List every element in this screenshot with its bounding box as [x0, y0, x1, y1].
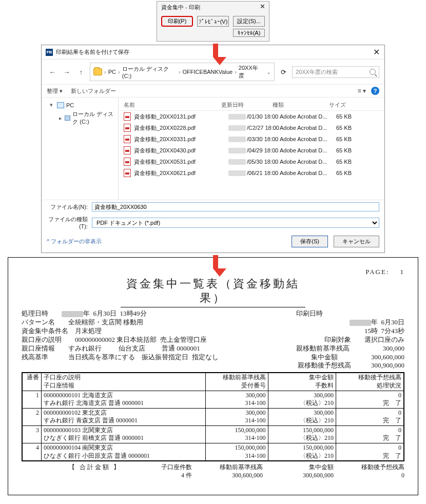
file-size: 65 KB — [336, 147, 372, 153]
close-icon[interactable]: ✕ — [258, 3, 267, 12]
search-icon — [370, 69, 376, 75]
blurred-text — [228, 137, 246, 142]
file-name: 資金移動_20XX0531.pdf — [134, 158, 228, 166]
blurred-text — [228, 170, 246, 176]
file-size: 65 KB — [336, 159, 372, 165]
organize-dropdown[interactable]: 整理 ▾ — [47, 87, 63, 95]
tree-item-drive[interactable]: ▸ ローカル ディスク (C:) — [44, 109, 116, 127]
save-button[interactable]: 保存(S) — [292, 236, 328, 247]
file-type: Adobe Acrobat D... — [280, 147, 336, 153]
nav-up-icon[interactable]: ↑ — [75, 66, 87, 77]
file-row[interactable]: 資金移動_20XX0531.pdf/05/30 18:00Adobe Acrob… — [119, 156, 384, 167]
file-name: 資金移動_20XX0228.pdf — [134, 124, 228, 132]
search-placeholder: 20XX年度の検索 — [296, 68, 338, 76]
file-name: 資金移動_20XX0621.pdf — [134, 169, 228, 177]
nav-forward-icon[interactable]: → — [61, 66, 72, 77]
file-size: 65 KB — [336, 113, 372, 120]
view-icon[interactable]: ≡ ▾ — [358, 87, 366, 94]
settings-button[interactable]: 設定(S)... — [233, 16, 265, 27]
folder-icon — [93, 68, 102, 75]
file-list: 名前 更新日時 種類 サイズ 資金移動_20XX0131.pdf/01/30 1… — [119, 98, 384, 200]
file-date: /C2/27 18:00 — [228, 125, 280, 131]
pdf-icon — [124, 112, 131, 121]
new-folder-button[interactable]: 新しいフォルダー — [71, 87, 116, 95]
nav-back-icon[interactable]: ← — [47, 66, 58, 77]
filetype-select[interactable]: PDF ドキュメント (*.pdf) — [92, 218, 379, 228]
file-name: 資金移動_20XX0331.pdf — [134, 135, 228, 143]
file-date: /04/29 18:00 — [228, 147, 280, 153]
file-date: /06/21 18:00 — [228, 170, 280, 176]
pdf-icon — [124, 124, 131, 132]
file-row[interactable]: 資金移動_20XX0228.pdf/C2/27 18:00Adobe Acrob… — [119, 122, 384, 133]
file-type: Adobe Acrobat D... — [280, 125, 336, 131]
file-name: 資金移動_20XX0131.pdf — [134, 113, 228, 121]
file-date: /03/30 18:00 — [228, 136, 280, 142]
crumb[interactable]: 20XX年度 — [239, 64, 262, 80]
help-icon[interactable]: ? — [371, 87, 379, 95]
cancel-button[interactable]: ｷｬﾝｾﾙ(A) — [233, 29, 265, 37]
page-number: 1 — [400, 268, 405, 276]
pdf-icon — [124, 158, 131, 166]
filename-label: ファイル名(N): — [47, 203, 88, 211]
th-no: 通番 — [22, 373, 42, 391]
file-row[interactable]: 資金移動_20XX0621.pdf/06/21 18:00Adobe Acrob… — [119, 167, 384, 179]
blurred-text — [228, 148, 246, 153]
hide-folders-link[interactable]: ^ フォルダーの非表示 — [47, 238, 102, 245]
file-type: Adobe Acrobat D... — [280, 159, 336, 165]
crumb[interactable]: ローカル ディスク (C:) — [122, 65, 177, 79]
file-size: 65 KB — [336, 170, 372, 176]
preview-button[interactable]: ﾌﾟﾚﾋﾞｭｰ(V) — [197, 16, 229, 27]
refresh-icon[interactable]: ⟳ — [278, 68, 289, 76]
table-row: 4000000000104 南関東支店ひなぎく銀行 小田原支店 普通 00000… — [22, 443, 404, 461]
print-button[interactable]: 印刷(P) — [161, 16, 193, 27]
report-title: 資金集中一覧表（資金移動結果） — [121, 277, 305, 307]
save-as-dialog: FB 印刷結果を名前を付けて保存 ✕ ← → ↑ › PC› ローカル ディスク… — [41, 45, 385, 253]
tree-item-pc[interactable]: ▾ PC — [44, 101, 116, 109]
breadcrumb[interactable]: › PC› ローカル ディスク (C:)› OFFICEBANKValue› 2… — [90, 63, 275, 81]
pdf-icon — [124, 169, 131, 177]
file-type: Adobe Acrobat D... — [280, 113, 336, 120]
file-row[interactable]: 資金移動_20XX0131.pdf/01/30 18:00Adobe Acrob… — [119, 111, 384, 122]
file-name: 資金移動_20XX0430.pdf — [134, 147, 228, 154]
folder-tree: ▾ PC ▸ ローカル ディスク (C:) — [42, 98, 119, 200]
col-date[interactable]: 更新日時 — [221, 101, 273, 109]
save-dialog-title: 印刷結果を名前を付けて保存 — [56, 48, 129, 56]
col-type[interactable]: 種類 — [273, 101, 329, 109]
table-row: 2000000000102 東北支店すみれ銀行 青森支店 普通 00000013… — [22, 408, 404, 425]
table-row: 1000000000101 北海道支店すみれ銀行 北海道支店 普通 000000… — [22, 391, 404, 408]
pdf-icon — [124, 146, 131, 154]
blurred-text — [228, 125, 246, 131]
crumb[interactable]: PC — [108, 69, 116, 75]
print-dialog-title: 資金集中 - 印刷 — [161, 4, 200, 11]
file-date: /01/30 18:00 — [228, 113, 280, 120]
report-header-right: 印刷日時 年 6月30日 15時 7分43秒 印刷対象 選択口座のみ 親移動前基… — [296, 309, 404, 370]
filename-input[interactable] — [92, 202, 379, 211]
report-header-left: 処理日時 年 6月30日 13時49分 パターン名 全統轄部・支店間 移動用 資… — [22, 309, 219, 370]
filetype-label: ファイルの種類(T): — [47, 216, 88, 229]
report-table: 通番 子口座の説明子口座情報 移動前基準残高受付番号 集中金額手数料 移動後予想… — [22, 372, 404, 461]
file-type: Adobe Acrobat D... — [280, 136, 336, 142]
crumb[interactable]: OFFICEBANKValue — [183, 69, 233, 75]
blurred-text — [228, 159, 246, 165]
col-name[interactable]: 名前 — [124, 101, 221, 109]
blurred-text — [228, 114, 246, 120]
report-totals: 【 合計金額 】 子口座件数4 件 移動前基準残高300,600,000 集中金… — [22, 463, 404, 479]
file-row[interactable]: 資金移動_20XX0331.pdf/03/30 18:00Adobe Acrob… — [119, 133, 384, 145]
col-size[interactable]: サイズ — [329, 101, 365, 109]
chevron-right-icon: ▸ — [59, 115, 63, 122]
drive-icon — [65, 115, 70, 121]
file-row[interactable]: 資金移動_20XX0430.pdf/04/29 18:00Adobe Acrob… — [119, 145, 384, 156]
file-size: 65 KB — [336, 125, 372, 131]
close-icon[interactable]: ✕ — [371, 47, 381, 57]
blurred-text — [62, 311, 83, 317]
app-icon: FB — [46, 49, 53, 56]
search-input[interactable]: 20XX年度の検索 — [292, 66, 379, 78]
pc-icon — [57, 102, 64, 108]
pdf-icon — [124, 135, 131, 143]
file-type: Adobe Acrobat D... — [280, 170, 336, 176]
table-row: 3000000000103 北関東支店ひなぎく銀行 前橋支店 普通 000000… — [22, 425, 404, 443]
cancel-button[interactable]: キャンセル — [334, 236, 379, 247]
blurred-text — [350, 320, 371, 326]
report-preview: PAGE: 1 資金集中一覧表（資金移動結果） 処理日時 年 6月30日 13時… — [8, 257, 418, 495]
page-label: PAGE: — [365, 268, 389, 276]
